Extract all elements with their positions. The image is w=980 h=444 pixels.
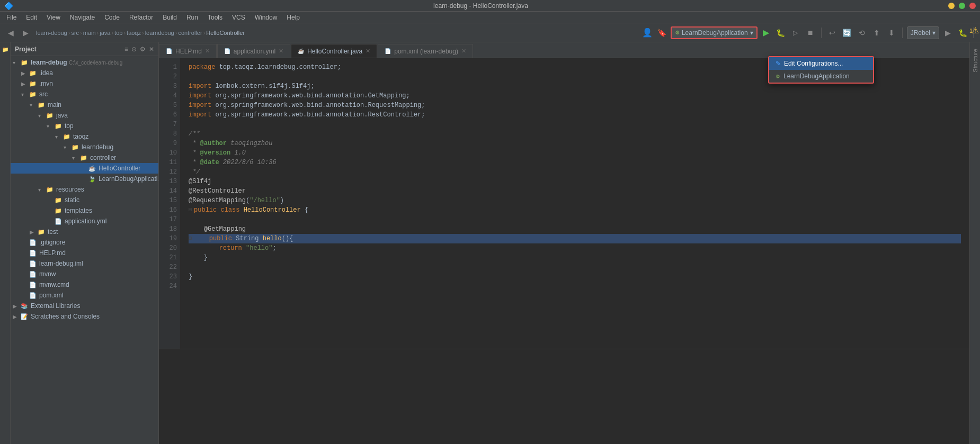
back-button[interactable]: ◀ [4,26,17,39]
jrebel-run[interactable]: ▶ [941,26,954,39]
tree-item-learndebugapp[interactable]: 🍃 LearnDebugApplicati... [11,174,158,184]
arrow-application-yml [47,219,54,224]
breadcrumb-sep-1: › [68,30,70,36]
menu-tools[interactable]: Tools [203,13,227,22]
menu-view[interactable]: View [42,13,65,22]
breadcrumb-sep-3: › [97,30,99,36]
breadcrumb-part-1[interactable]: learn-debug [36,30,67,36]
revert-button[interactable]: ↩ [826,26,839,39]
stop-button[interactable]: ⏹ [804,26,817,39]
tree-item-test[interactable]: ▶ 📁 test [11,226,158,237]
tree-item-helpmd[interactable]: 📄 HELP.md [11,248,158,258]
minimize-button[interactable] [948,3,955,9]
menu-bar: File Edit View Navigate Code Refactor Bu… [0,12,980,23]
breadcrumb-part-2[interactable]: src [71,30,79,36]
bookmark-button[interactable]: 🔖 [656,26,669,39]
forward-button[interactable]: ▶ [19,26,32,39]
run-config-dropdown[interactable]: ⚙ LearnDebugApplication ▾ [671,26,758,39]
dropdown-item-edit-config[interactable]: ✎ Edit Configurations... [769,57,873,70]
tree-item-idea[interactable]: ▶ 📁 .idea [11,68,158,78]
menu-edit[interactable]: Edit [22,13,41,22]
rollback-button[interactable]: ⟲ [856,26,868,39]
label-application-yml: application.yml [65,218,106,225]
tree-item-templates[interactable]: 📁 templates [11,205,158,216]
tree-item-pomxml[interactable]: 📄 pom.xml [11,290,158,301]
breadcrumb-part-9[interactable]: HelloController [206,30,245,36]
tree-item-controller[interactable]: ▾ 📁 controller [11,152,158,163]
breadcrumb-part-6[interactable]: taoqz [127,30,141,36]
tree-item-iml[interactable]: 📄 learn-debug.iml [11,258,158,269]
tree-item-scratches[interactable]: ▶ 📝 Scratches and Consoles [11,311,158,322]
tree-item-mvnwcmd[interactable]: 📄 mvnw.cmd [11,279,158,290]
tree-item-mvnw[interactable]: 📄 mvnw [11,269,158,279]
jrebel-debug[interactable]: 🐛 [956,26,969,39]
menu-run[interactable]: Run [182,13,202,22]
tree-item-java[interactable]: ▾ 📁 java [11,110,158,121]
tab-pomxml[interactable]: 📄 pom.xml (learn-debug) ✕ [378,44,473,58]
tree-item-static[interactable]: 📁 static [11,195,158,205]
close-button[interactable] [969,3,976,9]
tab-close-applicationyml[interactable]: ✕ [279,48,283,55]
dropdown-item-learn-debug-app[interactable]: ⚙ LearnDebugApplication [769,70,873,83]
debug-button[interactable]: 🐛 [774,26,787,39]
tab-close-hellocontroller[interactable]: ✕ [366,48,370,55]
tree-item-taoqz[interactable]: ▾ 📁 taoqz [11,131,158,142]
project-toggle[interactable]: 📁 [1,44,10,54]
file-tree: ▾ 📁 learn-debug C:\x_code\learn-debug ▶ … [11,56,158,444]
run-button[interactable]: ▶ [760,26,772,39]
java-icon-hellocontroller: ☕ [88,164,96,173]
tab-close-pomxml[interactable]: ✕ [461,48,466,55]
maximize-button[interactable] [959,3,965,9]
code-editor[interactable]: package top.taoqz.learndebug.controller;… [180,58,969,349]
folder-icon-main: 📁 [37,101,46,109]
settings-icon[interactable]: ⚙ [140,46,146,53]
breadcrumb-part-5[interactable]: top [114,30,122,36]
menu-code[interactable]: Code [100,13,124,22]
label-root: learn-debug C:\x_code\learn-debug [31,59,122,66]
jrebel-button[interactable]: JRebel ▾ [907,26,939,39]
menu-help[interactable]: Help [282,13,304,22]
tree-item-learndebug[interactable]: ▾ 📁 learndebug [11,142,158,152]
tab-icon-applicationyml: 📄 [224,48,230,54]
menu-file[interactable]: File [2,13,21,22]
tree-item-mvn[interactable]: ▶ 📁 .mvn [11,78,158,89]
xml-icon-pom: 📄 [29,291,37,300]
menu-navigate[interactable]: Navigate [66,13,99,22]
tree-item-root[interactable]: ▾ 📁 learn-debug C:\x_code\learn-debug [11,57,158,68]
tree-item-ext-libs[interactable]: ▶ 📚 External Libraries [11,301,158,311]
tree-item-top[interactable]: ▾ 📁 top [11,121,158,131]
tab-helpmd[interactable]: 📄 HELP.md ✕ [159,44,217,58]
code-line-15: @RequestMapping("/hello") [189,196,961,205]
breadcrumb-sep-5: › [123,30,126,36]
tab-applicationyml[interactable]: 📄 application.yml ✕ [217,44,290,58]
menu-window[interactable]: Window [251,13,282,22]
breadcrumb-part-7[interactable]: learndebug [145,30,174,36]
structure-panel-label[interactable]: Structure [971,44,979,77]
tree-item-resources[interactable]: ▾ 📁 resources [11,184,158,195]
folder-icon-resources: 📁 [46,185,54,194]
tab-hellocontroller[interactable]: ☕ HelloController.java ✕ [291,44,377,58]
update-button[interactable]: 🔄 [841,26,853,39]
tree-item-main[interactable]: ▾ 📁 main [11,99,158,110]
breadcrumb-part-3[interactable]: main [83,30,96,36]
run-coverage-button[interactable]: ▷ [789,26,802,39]
tree-item-hellocontroller[interactable]: ☕ HelloController [11,163,158,174]
tree-item-application-yml[interactable]: 📄 application.yml [11,216,158,226]
push-button[interactable]: ⬆ [870,26,883,39]
tree-item-src[interactable]: ▾ 📁 src [11,89,158,99]
edit-config-icon: ✎ [776,60,781,67]
warning-icon: ⚠ [972,25,979,35]
pull-button[interactable]: ⬇ [885,26,898,39]
breadcrumb-part-8[interactable]: controller [178,30,202,36]
tree-item-gitignore[interactable]: 📄 .gitignore [11,237,158,248]
menu-refactor[interactable]: Refactor [125,13,157,22]
menu-vcs[interactable]: VCS [228,13,250,22]
tab-close-helpmd[interactable]: ✕ [205,48,210,55]
profile-button[interactable]: 👤 [641,26,654,39]
close-panel-icon[interactable]: ✕ [149,46,154,53]
label-pomxml: pom.xml [39,292,63,299]
collapse-all-icon[interactable]: ≡ [124,46,128,53]
breadcrumb-part-4[interactable]: java [100,30,110,36]
scroll-to-icon[interactable]: ⊙ [131,46,137,53]
menu-build[interactable]: Build [158,13,181,22]
